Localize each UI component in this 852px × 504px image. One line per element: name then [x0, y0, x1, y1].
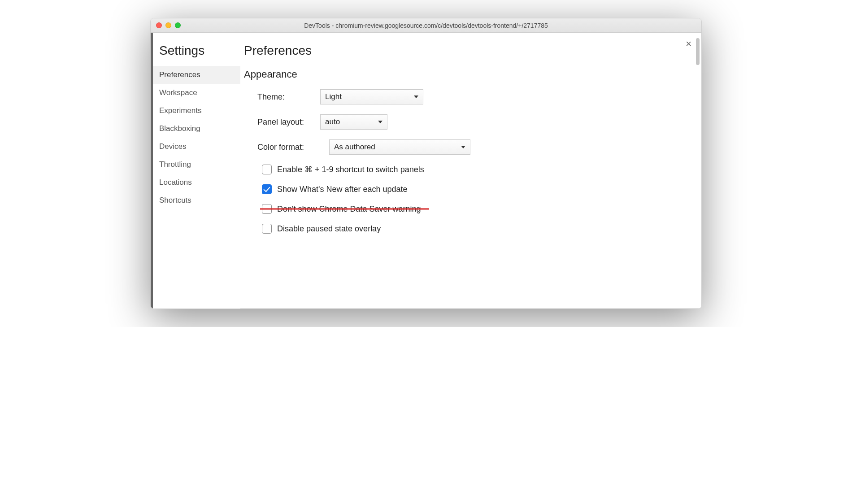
section-appearance: Appearance — [244, 69, 688, 80]
chevron-down-icon — [461, 146, 465, 148]
chevron-down-icon — [378, 121, 383, 123]
sidebar-title: Settings — [153, 43, 240, 66]
panel-layout-label: Panel layout: — [257, 117, 320, 127]
check-label: Show What's New after each update — [277, 185, 408, 194]
theme-select[interactable]: Light — [320, 89, 423, 104]
row-theme: Theme: Light — [257, 89, 688, 104]
sidebar-item-devices[interactable]: Devices — [153, 138, 240, 156]
window: DevTools - chromium-review.googlesource.… — [150, 18, 702, 309]
sidebar-item-shortcuts[interactable]: Shortcuts — [153, 191, 240, 209]
sidebar-item-preferences[interactable]: Preferences — [153, 66, 240, 84]
minimize-window-icon[interactable] — [165, 22, 171, 28]
window-title: DevTools - chromium-review.googlesource.… — [151, 22, 701, 29]
theme-select-value: Light — [325, 92, 342, 101]
check-data-saver[interactable]: Don't show Chrome Data Saver warning — [262, 204, 421, 214]
titlebar: DevTools - chromium-review.googlesource.… — [151, 18, 701, 33]
check-label: Disable paused state overlay — [277, 224, 381, 234]
panel-layout-select[interactable]: auto — [320, 114, 387, 130]
checkbox-icon[interactable] — [262, 224, 272, 234]
sidebar-item-throttling[interactable]: Throttling — [153, 156, 240, 174]
theme-label: Theme: — [257, 92, 320, 102]
main-panel: Preferences Appearance Theme: Light Pane… — [240, 33, 701, 308]
maximize-window-icon[interactable] — [175, 22, 181, 28]
close-window-icon[interactable] — [156, 22, 162, 28]
checkbox-checked-icon[interactable] — [262, 184, 272, 194]
chevron-down-icon — [414, 96, 418, 98]
sidebar-item-blackboxing[interactable]: Blackboxing — [153, 120, 240, 138]
page-title: Preferences — [244, 43, 688, 58]
sidebar-item-experiments[interactable]: Experiments — [153, 102, 240, 120]
check-enable-shortcut[interactable]: Enable ⌘ + 1-9 shortcut to switch panels — [262, 165, 688, 174]
divider — [240, 308, 701, 308]
color-format-value: As authored — [334, 143, 375, 152]
check-disable-paused-overlay[interactable]: Disable paused state overlay — [262, 224, 688, 234]
check-label: Enable ⌘ + 1-9 shortcut to switch panels — [277, 165, 424, 174]
panel-layout-value: auto — [325, 117, 340, 126]
sidebar: Settings Preferences Workspace Experimen… — [151, 33, 240, 308]
strikethrough-annotation — [260, 209, 429, 210]
scrollbar-thumb[interactable] — [696, 38, 700, 65]
content-area: × Settings Preferences Workspace Experim… — [151, 33, 701, 308]
sidebar-item-workspace[interactable]: Workspace — [153, 84, 240, 102]
color-format-select[interactable]: As authored — [329, 139, 470, 155]
check-whats-new[interactable]: Show What's New after each update — [262, 184, 688, 194]
checkbox-icon[interactable] — [262, 165, 272, 174]
row-panel-layout: Panel layout: auto — [257, 114, 688, 130]
sidebar-item-locations[interactable]: Locations — [153, 174, 240, 191]
traffic-lights — [151, 22, 181, 28]
row-color-format: Color format: As authored — [257, 139, 688, 155]
color-format-label: Color format: — [257, 143, 329, 152]
